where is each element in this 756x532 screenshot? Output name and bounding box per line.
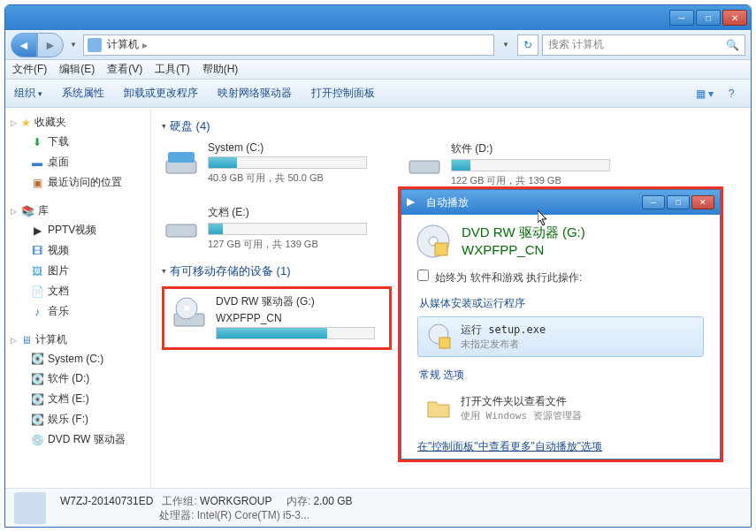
drive-e[interactable]: 文档 (E:) 127 GB 可用，共 139 GB	[162, 205, 387, 251]
refresh-button[interactable]: ↻	[517, 34, 538, 56]
autoplay-minimize-button[interactable]: ─	[642, 195, 665, 209]
sidebar: ▷★ 收藏夹 ⬇下载 ▬桌面 ▣最近访问的位置 ▷📚 库 ▶PPTV视频 🎞视频…	[5, 108, 151, 488]
option-line1: 运行 setup.exe	[461, 323, 546, 338]
autoplay-option-open-folder[interactable]: 打开文件夹以查看文件 使用 Windows 资源管理器	[417, 388, 704, 429]
autoplay-drive-line1: DVD RW 驱动器 (G:)	[462, 224, 585, 241]
toolbar-organize[interactable]: 组织	[14, 86, 42, 101]
drive-d[interactable]: 软件 (D:) 122 GB 可用，共 139 GB	[405, 141, 630, 187]
toolbar-system-properties[interactable]: 系统属性	[62, 86, 104, 101]
sidebar-favorites-header[interactable]: ▷★ 收藏夹	[5, 113, 150, 132]
status-memory: 2.00 GB	[314, 495, 353, 507]
computer-large-icon	[14, 492, 46, 524]
toolbar-control-panel[interactable]: 打开控制面板	[311, 86, 375, 101]
option-line2: 使用 Windows 资源管理器	[461, 409, 582, 422]
close-button[interactable]: ✕	[722, 10, 747, 26]
autoplay-drive-line2: WXPFPP_CN	[462, 241, 585, 259]
computer-icon	[88, 38, 102, 52]
drive-stat: 122 GB 可用，共 139 GB	[451, 174, 630, 187]
toolbar-uninstall[interactable]: 卸载或更改程序	[124, 86, 198, 101]
sidebar-libraries: ▷📚 库 ▶PPTV视频 🎞视频 🖼图片 📄文档 ♪音乐	[5, 201, 150, 322]
sidebar-item-pictures[interactable]: 🖼图片	[5, 261, 150, 281]
maximize-button[interactable]: □	[696, 10, 721, 26]
nav-history-dropdown[interactable]: ▼	[67, 41, 80, 49]
removable-highlight-box: DVD RW 驱动器 (G:) WXPFPP_CN	[162, 286, 392, 350]
hdd-icon: 💽	[30, 413, 44, 427]
drive-bar	[451, 159, 610, 171]
toolbar: 组织 系统属性 卸载或更改程序 映射网络驱动器 打开控制面板 ▦ ▾ ?	[5, 80, 751, 108]
sidebar-item-pptv[interactable]: ▶PPTV视频	[5, 220, 150, 240]
computer-icon: 🖥	[21, 334, 32, 346]
recent-icon: ▣	[30, 176, 44, 190]
sidebar-libraries-header[interactable]: ▷📚 库	[5, 201, 150, 220]
forward-button[interactable]: ►	[37, 33, 64, 57]
autoplay-option-run-setup[interactable]: 运行 setup.exe 未指定发布者	[417, 316, 704, 357]
sidebar-item-documents[interactable]: 📄文档	[5, 281, 150, 301]
status-computer-name: W7ZJ-20140731ED	[60, 495, 153, 507]
address-bar: ◄ ► ▼ 计算机 ▸ ▼ ↻ 搜索 计算机 🔍	[5, 30, 751, 60]
autoplay-always-checkbox[interactable]	[417, 270, 429, 281]
sidebar-item-drive-e[interactable]: 💽文档 (E:)	[5, 389, 150, 409]
svg-point-6	[184, 306, 189, 311]
music-icon: ♪	[30, 305, 44, 319]
menu-bar: 文件(F) 编辑(E) 查看(V) 工具(T) 帮助(H)	[5, 60, 751, 80]
sidebar-item-recent[interactable]: ▣最近访问的位置	[5, 172, 150, 193]
autoplay-close-button[interactable]: ✕	[691, 195, 714, 209]
svg-rect-0	[166, 161, 196, 173]
drive-name: 软件 (D:)	[451, 141, 630, 156]
sidebar-item-music[interactable]: ♪音乐	[5, 301, 150, 322]
star-icon: ★	[21, 117, 31, 129]
autoplay-subhead-install: 从媒体安装或运行程序	[401, 287, 720, 315]
download-icon: ⬇	[30, 135, 44, 149]
autoplay-more-options-link[interactable]: 在"控制面板"中查看更多"自动播放"选项	[401, 430, 720, 463]
svg-rect-11	[439, 338, 450, 348]
toolbar-map-drive[interactable]: 映射网络驱动器	[218, 86, 292, 101]
sidebar-item-downloads[interactable]: ⬇下载	[5, 132, 150, 152]
library-icon: 📚	[21, 205, 34, 217]
menu-file[interactable]: 文件(F)	[12, 62, 47, 77]
autoplay-always-checkbox-row: 始终为 软件和游戏 执行此操作:	[401, 268, 720, 287]
video-icon: 🎞	[30, 244, 44, 258]
menu-help[interactable]: 帮助(H)	[202, 62, 239, 77]
address-path[interactable]: 计算机 ▸	[83, 34, 494, 56]
sidebar-item-drive-d[interactable]: 💽软件 (D:)	[5, 369, 150, 389]
menu-tools[interactable]: 工具(T)	[155, 62, 189, 77]
menu-edit[interactable]: 编辑(E)	[59, 62, 95, 77]
sidebar-item-drive-c[interactable]: 💽System (C:)	[5, 349, 150, 369]
sidebar-item-video[interactable]: 🎞视频	[5, 240, 150, 261]
drive-c[interactable]: System (C:) 40.9 GB 可用，共 50.0 GB	[162, 141, 387, 187]
search-icon: 🔍	[726, 39, 739, 51]
menu-view[interactable]: 查看(V)	[107, 62, 142, 77]
path-dropdown[interactable]: ▼	[498, 35, 514, 55]
svg-rect-9	[435, 243, 447, 255]
drive-dvd[interactable]: DVD RW 驱动器 (G:) WXPFPP_CN	[170, 294, 395, 342]
svg-rect-1	[168, 152, 195, 163]
hdd-icon: 💽	[30, 392, 44, 407]
minimize-button[interactable]: ─	[669, 10, 694, 26]
view-mode-button[interactable]: ▦ ▾	[694, 84, 715, 103]
autoplay-maximize-button[interactable]: □	[667, 195, 690, 209]
hdd-icon	[162, 205, 201, 244]
document-icon: 📄	[30, 285, 44, 299]
sidebar-computer-header[interactable]: ▷🖥 计算机	[5, 331, 150, 349]
autoplay-highlight-box: ▶ 自动播放 ─ □ ✕ DVD RW 驱动器 (G:) WXPFPP_CN 始…	[398, 186, 723, 462]
sidebar-item-dvd[interactable]: 💿DVD RW 驱动器	[5, 429, 150, 450]
drive-sublabel: WXPFPP_CN	[216, 312, 395, 324]
sidebar-favorites: ▷★ 收藏夹 ⬇下载 ▬桌面 ▣最近访问的位置	[5, 113, 150, 193]
titlebar: ─ □ ✕	[5, 5, 751, 30]
autoplay-icon: ▶	[407, 195, 421, 209]
status-bar: W7ZJ-20140731ED 工作组: WORKGROUP 内存: 2.00 …	[5, 488, 751, 527]
dvd-icon: 💿	[30, 433, 44, 447]
help-button[interactable]: ?	[721, 84, 742, 103]
picture-icon: 🖼	[30, 264, 44, 278]
drive-stat: 40.9 GB 可用，共 50.0 GB	[208, 171, 387, 185]
status-cpu: Intel(R) Core(TM) i5-3...	[197, 509, 309, 521]
hdd-icon	[162, 141, 201, 180]
search-input[interactable]: 搜索 计算机 🔍	[542, 34, 745, 56]
sidebar-item-drive-f[interactable]: 💽娱乐 (F:)	[5, 409, 150, 429]
back-button[interactable]: ◄	[11, 33, 37, 57]
section-hdd-header[interactable]: 硬盘 (4)	[162, 118, 740, 134]
hdd-icon: 💽	[30, 352, 44, 366]
drive-name: DVD RW 驱动器 (G:)	[216, 294, 395, 309]
sidebar-item-desktop[interactable]: ▬桌面	[5, 152, 150, 172]
desktop-icon: ▬	[30, 156, 44, 170]
